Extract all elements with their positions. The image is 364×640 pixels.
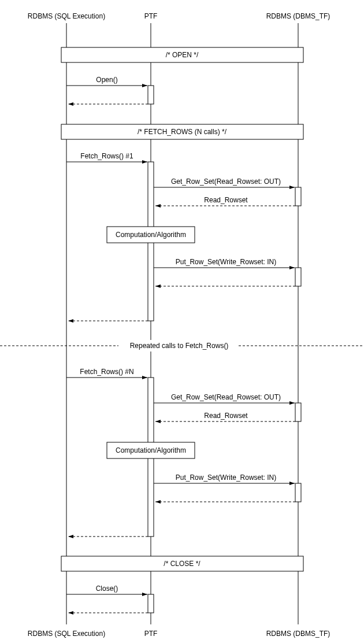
msg-getrow1-label: Get_Row_Set(Read_Rowset: OUT) — [171, 177, 281, 186]
participant-mid-bottom: PTF — [144, 630, 158, 638]
note-compN-label: Computation/Algorithm — [116, 446, 186, 454]
activation-putrowN — [295, 483, 301, 502]
note-comp1-label: Computation/Algorithm — [116, 231, 186, 239]
msg-putrow1-label: Put_Row_Set(Write_Rowset: IN) — [176, 258, 277, 266]
msg-close-label: Close() — [96, 584, 118, 593]
activation-close — [148, 594, 154, 613]
participant-left-bottom: RDBMS (SQL Execution) — [28, 630, 105, 638]
divider-label: Repeated calls to Fetch_Rows() — [130, 342, 229, 350]
participant-mid-top: PTF — [144, 12, 158, 20]
msg-fetch1-label: Fetch_Rows() #1 — [80, 152, 133, 160]
participant-left-top: RDBMS (SQL Execution) — [28, 12, 105, 20]
msg-readrow1-label: Read_Rowset — [204, 196, 248, 204]
msg-putrowN-label: Put_Row_Set(Write_Rowset: IN) — [176, 473, 277, 482]
section-fetch-label: /* FETCH_ROWS (N calls) */ — [138, 128, 227, 136]
activation-open — [148, 86, 154, 104]
msg-getrowN-label: Get_Row_Set(Read_Rowset: OUT) — [171, 393, 281, 401]
activation-getrow1 — [295, 187, 301, 206]
msg-readrowN-label: Read_Rowset — [204, 412, 248, 420]
msg-fetchN-label: Fetch_Rows() #N — [80, 368, 133, 376]
msg-open-label: Open() — [96, 76, 117, 84]
section-close-label: /* CLOSE */ — [164, 560, 200, 568]
participant-right-top: RDBMS (DBMS_TF) — [266, 12, 330, 20]
activation-putrow1 — [295, 268, 301, 286]
participant-right-bottom: RDBMS (DBMS_TF) — [266, 630, 330, 638]
section-open-label: /* OPEN */ — [166, 51, 199, 59]
activation-getrowN — [295, 403, 301, 421]
